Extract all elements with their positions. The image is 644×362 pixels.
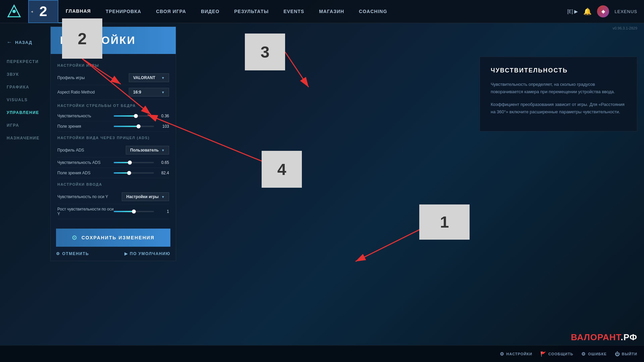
report-icon: 🚩 bbox=[540, 351, 546, 357]
settings-panel: НАСТРОЙКИ Настройки игры Профиль игры VA… bbox=[50, 26, 176, 261]
nav-right: [E] ▶ 🔔 ◈ LEXENUS bbox=[567, 5, 637, 17]
settings-row-sensitivity: Чувствительность 0.36 bbox=[57, 111, 169, 121]
info-title: ЧУВСТВИТЕЛЬНОСТЬ bbox=[491, 67, 626, 74]
watermark: ВАЛОРАНТ.РФ bbox=[571, 332, 637, 343]
user-avatar[interactable]: ◈ bbox=[597, 5, 609, 17]
ads-sensitivity-slider-fill bbox=[114, 162, 130, 163]
sensitivity-label: Чувствительность bbox=[57, 114, 91, 118]
notification-bell[interactable]: 🔔 bbox=[583, 7, 592, 15]
sidebar-item-controls[interactable]: УПРАВЛЕНИЕ bbox=[0, 107, 47, 118]
settings-row-yaxis: Чувствительность по оси Y Настройки игры… bbox=[57, 190, 169, 204]
section-label-hipfire: Настройки стрельбы от бедра bbox=[57, 104, 169, 108]
logout-icon: ⏻ bbox=[615, 351, 620, 357]
yaxis-dropdown[interactable]: Настройки игры ▼ bbox=[122, 192, 169, 201]
dropdown-arrow-ads-icon: ▼ bbox=[161, 148, 165, 152]
section-label-input: Настройки ввода bbox=[57, 182, 169, 186]
save-button[interactable]: ⊙ СОХРАНИТЬ ИЗМЕНЕНИЯ bbox=[56, 229, 170, 247]
username-label[interactable]: LEXENUS bbox=[614, 9, 637, 14]
settings-row-profile: Профиль игры VALORANT ▼ bbox=[57, 71, 169, 85]
ads-fov-slider-thumb[interactable] bbox=[127, 171, 131, 175]
sens-growth-slider-track[interactable] bbox=[114, 211, 154, 212]
fov-slider-thumb[interactable] bbox=[137, 124, 141, 128]
dropdown-arrow-yaxis-icon: ▼ bbox=[161, 195, 165, 199]
back-arrow-icon: ← bbox=[7, 39, 12, 45]
sidebar-item-game[interactable]: ИГРА bbox=[0, 120, 47, 131]
default-icon: ▶ bbox=[124, 251, 128, 256]
nav-item-training[interactable]: ТРЕНИРОВКА bbox=[98, 0, 149, 23]
bottom-report-label: СООБЩИТЬ bbox=[548, 352, 573, 356]
sensitivity-slider-fill bbox=[114, 115, 136, 117]
cancel-icon: ⚙ bbox=[56, 251, 60, 256]
svg-point-1 bbox=[12, 10, 16, 13]
settings-row-fov: Поле зрения 103 bbox=[57, 121, 169, 132]
ads-sensitivity-slider-track[interactable] bbox=[114, 162, 154, 163]
logo-area[interactable] bbox=[7, 4, 21, 19]
sidebar-item-visuals[interactable]: VISUALS bbox=[0, 94, 47, 106]
ads-sensitivity-slider-container: 0.65 bbox=[114, 160, 169, 165]
sensitivity-slider-track[interactable] bbox=[114, 115, 154, 117]
sidebar-item-sound[interactable]: ЗВУК bbox=[0, 69, 47, 80]
sens-growth-slider-thumb[interactable] bbox=[132, 209, 136, 214]
task-badge[interactable]: 2 bbox=[28, 0, 58, 23]
ads-sensitivity-slider-thumb[interactable] bbox=[128, 161, 132, 165]
nav-item-video[interactable]: ВИДЕО bbox=[194, 0, 227, 23]
aimlab-logo bbox=[7, 4, 21, 19]
aspect-dropdown[interactable]: 16:9 ▼ bbox=[129, 88, 169, 97]
error-icon: ⚙ bbox=[581, 351, 586, 357]
settings-footer: ⊙ СОХРАНИТЬ ИЗМЕНЕНИЯ ⚙ ОТМЕНИТЬ ▶ ПО УМ… bbox=[51, 225, 176, 261]
settings-row-ads-sensitivity: Чувствительность ADS 0.65 bbox=[57, 158, 169, 168]
main-content: ← НАЗАД ПЕРЕКРЕСТИ ЗВУК ГРАФИКА VISUALS … bbox=[0, 23, 644, 345]
bottom-bar: ⚙ НАСТРОЙКИ 🚩 СООБЩИТЬ ⚙ ОШИБКЕ ⏻ ВЫЙТИ bbox=[0, 345, 644, 362]
settings-row-ads-fov: Поле зрения ADS 82.4 bbox=[57, 168, 169, 178]
fov-label: Поле зрения bbox=[57, 124, 81, 129]
back-label: НАЗАД bbox=[15, 40, 32, 45]
section-label-ads: Настройки вида через прицел (ADS) bbox=[57, 136, 169, 140]
nav-items: ГЛАВНАЯ ТРЕНИРОВКА СВОЯ ИГРА ВИДЕО РЕЗУЛ… bbox=[58, 0, 567, 23]
sensitivity-value: 0.36 bbox=[157, 114, 169, 118]
save-label: СОХРАНИТЬ ИЗМЕНЕНИЯ bbox=[82, 235, 155, 240]
version-text: v0.96.3.1-2829 bbox=[613, 26, 637, 30]
bottom-report[interactable]: 🚩 СООБЩИТЬ bbox=[540, 351, 573, 357]
settings-row-ads-profile: Профиль ADS Пользователь ▼ bbox=[57, 143, 169, 158]
fov-slider-track[interactable] bbox=[114, 126, 154, 127]
default-label: ПО УМОЛЧАНИЮ bbox=[130, 251, 170, 256]
ads-sensitivity-label: Чувствительность ADS bbox=[57, 160, 101, 165]
default-button[interactable]: ▶ ПО УМОЛЧАНИЮ bbox=[124, 251, 170, 256]
sidebar: ← НАЗАД ПЕРЕКРЕСТИ ЗВУК ГРАФИКА VISUALS … bbox=[0, 23, 47, 345]
sidebar-item-crosshair[interactable]: ПЕРЕКРЕСТИ bbox=[0, 56, 47, 67]
annotation-3: 3 bbox=[245, 34, 285, 70]
cancel-button[interactable]: ⚙ ОТМЕНИТЬ bbox=[56, 251, 89, 256]
bottom-logout-label: ВЫЙТИ bbox=[622, 352, 637, 356]
bottom-settings[interactable]: ⚙ НАСТРОЙКИ bbox=[500, 351, 532, 357]
dropdown-arrow-icon: ▼ bbox=[161, 76, 165, 80]
info-text-2: Коэффициент преобразования зависит от иг… bbox=[491, 101, 626, 116]
nav-item-events[interactable]: EVENTS bbox=[276, 0, 312, 23]
nav-bracket[interactable]: [E] ▶ bbox=[567, 9, 578, 14]
save-icon: ⊙ bbox=[72, 234, 77, 241]
fov-slider-fill bbox=[114, 126, 139, 127]
bottom-logout[interactable]: ⏻ ВЫЙТИ bbox=[615, 351, 637, 357]
sidebar-item-graphics[interactable]: ГРАФИКА bbox=[0, 81, 47, 93]
nav-item-store[interactable]: МАГАЗИН bbox=[312, 0, 352, 23]
yaxis-label: Чувствительность по оси Y bbox=[57, 194, 108, 199]
ads-profile-label: Профиль ADS bbox=[57, 148, 84, 153]
info-text-1: Чувствительность определяет, на сколько … bbox=[491, 81, 626, 96]
ads-fov-label: Поле зрения ADS bbox=[57, 171, 91, 175]
section-label-game: Настройки игры bbox=[57, 63, 169, 67]
cancel-label: ОТМЕНИТЬ bbox=[62, 251, 89, 256]
nav-item-results[interactable]: РЕЗУЛЬТАТЫ bbox=[227, 0, 276, 23]
profile-dropdown[interactable]: VALORANT ▼ bbox=[129, 73, 169, 82]
back-button[interactable]: ← НАЗАД bbox=[0, 37, 47, 48]
ads-fov-slider-track[interactable] bbox=[114, 172, 154, 174]
ads-profile-dropdown[interactable]: Пользователь ▼ bbox=[126, 146, 169, 155]
nav-item-coaching[interactable]: COACHING bbox=[352, 0, 394, 23]
fov-value: 103 bbox=[157, 124, 169, 129]
annotation-1: 1 bbox=[419, 204, 470, 240]
sens-growth-label: Рост чувствительности по оси Y bbox=[57, 207, 114, 216]
nav-item-custom[interactable]: СВОЯ ИГРА bbox=[149, 0, 194, 23]
sidebar-item-bindings[interactable]: НАЗНАЧЕНИЕ bbox=[0, 132, 47, 144]
dropdown-arrow-aspect-icon: ▼ bbox=[161, 90, 165, 94]
bottom-settings-label: НАСТРОЙКИ bbox=[506, 352, 532, 356]
sensitivity-slider-thumb[interactable] bbox=[134, 114, 138, 118]
bottom-error[interactable]: ⚙ ОШИБКЕ bbox=[581, 351, 606, 357]
